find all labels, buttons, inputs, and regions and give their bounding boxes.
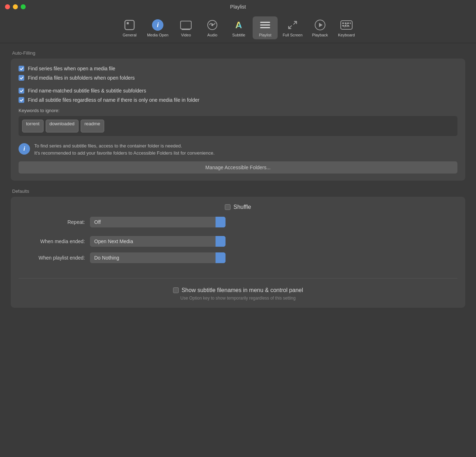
toolbar-label-general: General	[123, 33, 137, 37]
info-text: To find series and subtitle files, acces…	[34, 142, 214, 156]
svg-rect-9	[260, 25, 270, 26]
toolbar-item-general[interactable]: General	[117, 16, 142, 39]
toolbar-label-keyboard: Keyboard	[338, 33, 355, 37]
window-controls	[5, 4, 26, 9]
audio-icon	[206, 19, 219, 31]
checkbox-find-all-subtitle-label: Find all subtitle files regardless of na…	[28, 97, 199, 103]
repeat-row: Repeat: Off One All ▲ ▼	[19, 217, 457, 227]
shuffle-row: Shuffle	[19, 204, 457, 210]
when-media-ended-control: Open Next Media Do Nothing Repeat ▲ ▼	[90, 236, 226, 247]
checkbox-find-series-label: Find series files when open a media file	[28, 66, 115, 71]
toolbar-label-full-screen: Full Screen	[283, 33, 303, 37]
svg-rect-1	[127, 22, 129, 24]
when-playlist-ended-select-wrapper: Do Nothing Repeat Stop ▲ ▼	[90, 252, 226, 263]
checkbox-find-all-subtitle: Find all subtitle files regardless of na…	[19, 97, 457, 103]
info-icon: i	[19, 143, 30, 155]
keywords-area: torrent downloaded readme	[19, 116, 457, 136]
checkbox-find-subtitle-label: Find name-matched subtitle files & subti…	[28, 88, 146, 94]
svg-marker-13	[319, 23, 323, 27]
toolbar-label-playback: Playback	[312, 33, 328, 37]
svg-rect-2	[181, 21, 191, 29]
manage-accessible-folders-button[interactable]: Manage Accessible Folders...	[19, 161, 457, 174]
when-media-ended-label: When media ended:	[19, 238, 90, 244]
toolbar: General i Media Open Video Audio	[0, 14, 476, 43]
toolbar-item-video[interactable]: Video	[173, 16, 198, 39]
checkbox-find-series: Find series files when open a media file	[19, 66, 457, 71]
info-block: i To find series and subtitle files, acc…	[19, 142, 457, 156]
svg-text:A: A	[236, 20, 242, 30]
keyboard-icon: alt option	[340, 19, 353, 31]
checkbox-find-all-subtitle-input[interactable]	[19, 97, 24, 103]
maximize-button[interactable]	[21, 4, 26, 9]
window-title: Playlist	[230, 4, 246, 10]
toolbar-item-full-screen[interactable]: Full Screen	[279, 16, 306, 39]
defaults-section-label: Defaults	[11, 189, 465, 194]
repeat-select-wrapper: Off One All ▲ ▼	[90, 217, 226, 227]
toolbar-item-playback[interactable]: Playback	[308, 16, 333, 39]
show-subtitle-label: Show subtitle filenames in menu & contro…	[182, 287, 303, 293]
when-media-ended-select-wrapper: Open Next Media Do Nothing Repeat ▲ ▼	[90, 236, 226, 247]
keyword-tag-torrent[interactable]: torrent	[22, 120, 44, 132]
full-screen-icon	[286, 19, 299, 31]
toolbar-label-media-open: Media Open	[147, 33, 168, 37]
repeat-label: Repeat:	[19, 219, 90, 225]
toolbar-label-video: Video	[181, 33, 191, 37]
info-text-line2: It's recommended to add your favorite fo…	[34, 150, 214, 157]
playlist-icon	[259, 19, 272, 31]
info-text-line1: To find series and subtitle files, acces…	[34, 142, 214, 150]
keywords-label: Keywords to ignore:	[19, 108, 457, 113]
svg-rect-10	[260, 27, 270, 28]
when-playlist-ended-control: Do Nothing Repeat Stop ▲ ▼	[90, 252, 226, 263]
checkbox-find-series-input[interactable]	[19, 66, 24, 71]
checkbox-find-media-input[interactable]	[19, 75, 24, 81]
when-media-ended-select[interactable]: Open Next Media Do Nothing Repeat	[90, 236, 226, 247]
titlebar: Playlist	[0, 0, 476, 14]
when-media-ended-row: When media ended: Open Next Media Do Not…	[19, 236, 457, 247]
toolbar-item-subtitle[interactable]: A Subtitle	[226, 16, 251, 39]
checkbox-find-media-label: Find media files in subfolders when open…	[28, 75, 135, 81]
divider	[19, 278, 457, 278]
svg-text:option: option	[343, 25, 350, 28]
show-subtitle-section: Show subtitle filenames in menu & contro…	[19, 287, 457, 301]
show-subtitle-note: Use Option key to show temporarily regar…	[181, 296, 296, 301]
media-open-icon: i	[151, 19, 164, 31]
toolbar-label-playlist: Playlist	[259, 33, 272, 37]
close-button[interactable]	[5, 4, 10, 9]
defaults-section: Shuffle Repeat: Off One All ▲ ▼	[11, 197, 465, 308]
auto-filling-section-label: Auto-Filling	[11, 50, 465, 56]
minimize-button[interactable]	[13, 4, 18, 9]
toolbar-label-audio: Audio	[207, 33, 217, 37]
subtitle-icon: A	[232, 19, 245, 31]
toolbar-item-media-open[interactable]: i Media Open	[143, 16, 172, 39]
video-icon	[179, 19, 192, 31]
repeat-control: Off One All ▲ ▼	[90, 217, 226, 227]
keyword-tag-readme[interactable]: readme	[81, 120, 104, 132]
toolbar-label-subtitle: Subtitle	[232, 33, 245, 37]
shuffle-checkbox[interactable]	[225, 204, 231, 210]
svg-rect-15	[342, 22, 344, 24]
svg-point-6	[211, 24, 213, 26]
shuffle-label: Shuffle	[233, 204, 251, 210]
svg-rect-0	[125, 20, 134, 30]
general-icon	[123, 19, 136, 31]
when-playlist-ended-row: When playlist ended: Do Nothing Repeat S…	[19, 252, 457, 263]
svg-rect-18	[350, 22, 351, 24]
when-playlist-ended-select[interactable]: Do Nothing Repeat Stop	[90, 252, 226, 263]
checkbox-find-subtitle: Find name-matched subtitle files & subti…	[19, 88, 457, 94]
checkbox-find-subtitle-input[interactable]	[19, 88, 24, 94]
when-playlist-ended-label: When playlist ended:	[19, 255, 90, 261]
repeat-select[interactable]: Off One All	[90, 217, 226, 227]
auto-filling-section: Find series files when open a media file…	[11, 59, 465, 181]
main-content: Auto-Filling Find series files when open…	[0, 43, 476, 323]
svg-text:alt: alt	[345, 22, 348, 25]
toolbar-item-audio[interactable]: Audio	[200, 16, 225, 39]
show-subtitle-row: Show subtitle filenames in menu & contro…	[173, 287, 303, 293]
playback-icon	[314, 19, 326, 31]
toolbar-item-keyboard[interactable]: alt option Keyboard	[334, 16, 359, 39]
toolbar-item-playlist[interactable]: Playlist	[253, 16, 278, 39]
show-subtitle-checkbox[interactable]	[173, 287, 179, 293]
keyword-tag-downloaded[interactable]: downloaded	[46, 120, 79, 132]
svg-rect-8	[260, 22, 270, 23]
checkbox-find-media: Find media files in subfolders when open…	[19, 75, 457, 81]
